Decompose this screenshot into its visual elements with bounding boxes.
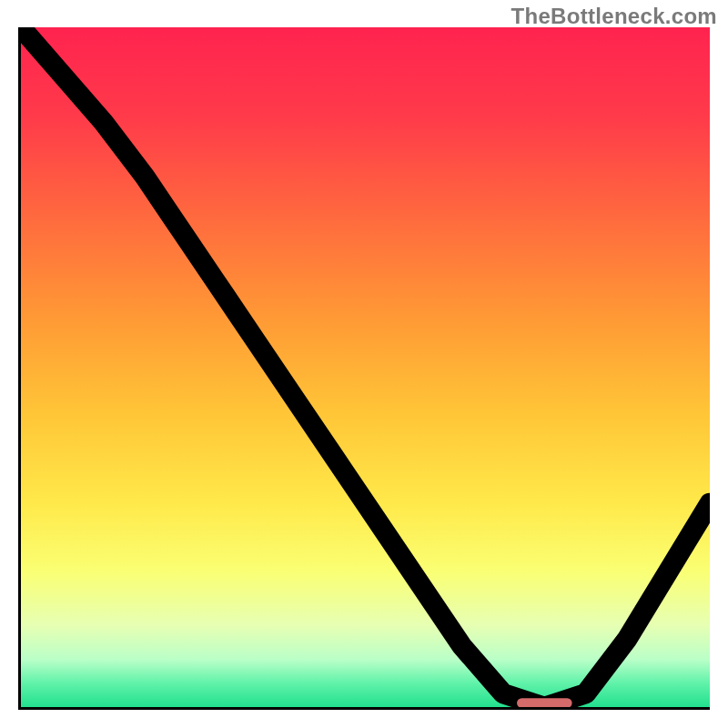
optimum-marker <box>21 27 710 707</box>
chart-area <box>18 27 710 710</box>
watermark: TheBottleneck.com <box>511 4 717 29</box>
svg-rect-1 <box>517 698 572 707</box>
